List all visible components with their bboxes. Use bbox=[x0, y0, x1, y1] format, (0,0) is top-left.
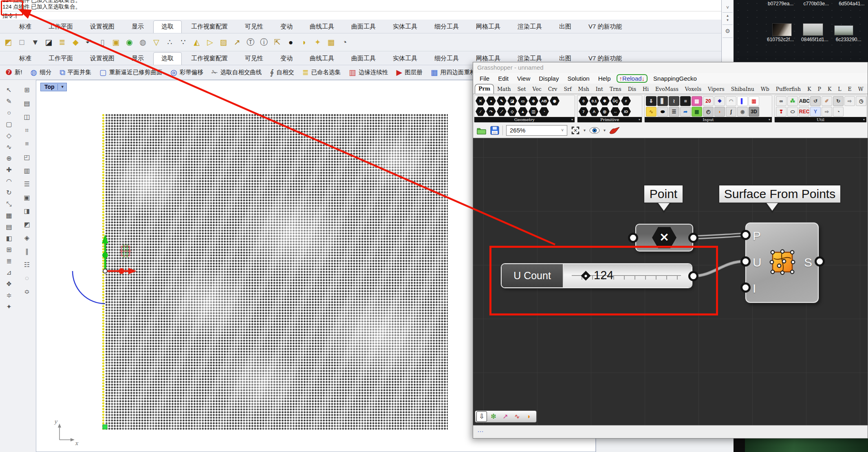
rhino-side-tool-icon[interactable]: ▢ bbox=[4, 120, 14, 128]
desktop-thumbnail[interactable] bbox=[803, 23, 823, 36]
rhino-tab[interactable]: 工作视窗配置 bbox=[183, 21, 236, 33]
rhino-toolbar-icon[interactable]: ◭ bbox=[192, 37, 202, 47]
rhino-tab[interactable]: 渲染工具 bbox=[510, 21, 550, 33]
gh-component-icon[interactable]: ❣ bbox=[776, 107, 786, 117]
curve-widget-icon[interactable]: ∿ bbox=[512, 411, 522, 422]
zoom-extents-icon[interactable]: ✕ bbox=[571, 126, 580, 135]
slider-widget-icon[interactable]: ⇩ bbox=[476, 411, 487, 422]
palette-group-label[interactable]: Geometry bbox=[474, 117, 575, 122]
gh-component-icon[interactable]: ◠ bbox=[726, 96, 736, 106]
rhino-tab[interactable]: 显示 bbox=[124, 21, 152, 33]
rhino-tab[interactable]: 曲线工具 bbox=[302, 21, 342, 33]
rhino-side-tool-icon[interactable]: ◌ bbox=[22, 274, 32, 282]
wire-point-to-p[interactable] bbox=[693, 233, 745, 236]
rhino-side-tool-icon[interactable]: ↖ bbox=[4, 86, 14, 94]
rhino-side-tool-icon[interactable]: ∿ bbox=[4, 143, 14, 151]
grip-sfp-input-u[interactable] bbox=[740, 256, 751, 267]
gh-component-icon[interactable]: ◉ bbox=[550, 97, 560, 106]
grip-sfp-input-i[interactable] bbox=[740, 282, 751, 293]
gh-component-icon[interactable]: ⬭ bbox=[787, 107, 798, 117]
gh-component-icon[interactable]: ⟋ bbox=[497, 107, 507, 116]
gh-component-icon[interactable]: ▩ bbox=[692, 107, 702, 117]
rhino-toolbar-icon[interactable]: ▦ bbox=[326, 37, 336, 47]
gh-component-icon[interactable]: ✐ bbox=[822, 96, 832, 106]
gh-component-icon[interactable]: ✱ bbox=[600, 97, 610, 106]
gh-component-icon[interactable]: ◷ bbox=[856, 96, 866, 106]
rhino-tab[interactable]: 显示 bbox=[124, 53, 152, 65]
gh-component-icon[interactable]: # bbox=[621, 97, 631, 106]
rhino-quick-button[interactable]: ▶图层册 bbox=[393, 67, 426, 78]
rhino-tab[interactable]: 曲面工具 bbox=[344, 21, 383, 33]
graph-widget-icon[interactable]: ❇ bbox=[488, 411, 499, 422]
rhino-side-tool-icon[interactable]: ≡ bbox=[22, 139, 32, 148]
patch-widget-icon[interactable]: ◗ bbox=[524, 411, 534, 422]
rhino-tab[interactable]: 设置视图 bbox=[82, 53, 122, 65]
gh-component-icon[interactable]: ⇩ bbox=[646, 96, 657, 106]
rhino-side-tool-icon[interactable]: ▤ bbox=[22, 99, 32, 108]
surface-from-points-component[interactable]: P U I S bbox=[745, 223, 819, 303]
gh-component-icon[interactable]: ◔ bbox=[833, 107, 844, 117]
rhino-side-tool-icon[interactable]: ▤ bbox=[4, 223, 14, 231]
grip-point-input[interactable] bbox=[628, 233, 638, 243]
rhino-side-tool-icon[interactable]: ⊞ bbox=[4, 245, 14, 254]
rhino-toolbar-icon[interactable]: ▨ bbox=[218, 37, 229, 47]
rhino-tab[interactable]: 标准 bbox=[11, 21, 39, 33]
grip-sfp-output-s[interactable] bbox=[815, 256, 825, 267]
rhino-quick-button[interactable]: ▥边缘连续性 bbox=[345, 67, 392, 78]
save-file-icon[interactable] bbox=[490, 126, 499, 135]
rhino-toolbar-icon[interactable]: ⇱ bbox=[272, 37, 282, 47]
desktop-file-name[interactable]: 08465f1d1... bbox=[801, 37, 828, 42]
rhino-side-tool-icon[interactable]: ▣ bbox=[22, 193, 32, 202]
rhino-tab[interactable]: 实体工具 bbox=[385, 21, 425, 33]
viewport-title-tab[interactable]: Top ▼ bbox=[40, 83, 67, 91]
gh-component-icon[interactable]: ↔ bbox=[610, 107, 620, 116]
gh-component-icon[interactable]: AB bbox=[539, 97, 549, 106]
rhino-toolbar-icon[interactable]: ▽ bbox=[151, 37, 161, 47]
rhino-side-tool-icon[interactable]: ◩ bbox=[22, 220, 32, 229]
rhino-side-tool-icon[interactable]: ⊕ bbox=[4, 154, 14, 163]
gh-tab-wb[interactable]: Wb bbox=[758, 85, 773, 94]
desktop-thumbnail[interactable] bbox=[772, 23, 792, 36]
gh-tab-msh[interactable]: Msh bbox=[575, 85, 593, 94]
gh-menu-help[interactable]: Help bbox=[594, 74, 615, 83]
desktop-file-name[interactable]: c770b03e... bbox=[803, 1, 829, 7]
gh-tab-crv[interactable]: Crv bbox=[545, 85, 561, 94]
wire-point-to-p[interactable] bbox=[693, 236, 745, 239]
rhino-tab[interactable]: V7 的新功能 bbox=[581, 21, 630, 33]
rhino-toolbar-icon[interactable]: ▣ bbox=[111, 37, 121, 47]
rhino-toolbar-icon[interactable]: □ bbox=[17, 37, 27, 47]
gh-component-icon[interactable]: ∿ bbox=[646, 107, 657, 117]
gh-component-icon[interactable]: ▌ bbox=[737, 96, 748, 106]
rhino-tab[interactable]: 工作平面 bbox=[41, 53, 81, 65]
rhino-side-tool-icon[interactable]: ≑ bbox=[4, 291, 14, 300]
rhino-toolbar-icon[interactable]: ▯ bbox=[97, 37, 108, 47]
grip-point-output[interactable] bbox=[688, 233, 698, 243]
gh-component-icon[interactable]: ⇨ bbox=[844, 96, 855, 106]
gh-tab-evomass[interactable]: EvoMass bbox=[652, 85, 682, 94]
rhino-tab[interactable]: 选取 bbox=[153, 20, 182, 33]
rhino-quick-button[interactable]: ∮自相交 bbox=[266, 67, 297, 78]
command-prompt-input[interactable]: 指令: bbox=[0, 11, 724, 20]
gh-component-icon[interactable]: ◎ bbox=[600, 107, 610, 116]
rhino-tab[interactable]: 选取 bbox=[153, 52, 182, 65]
rhino-toolbar-icon[interactable]: ✦ bbox=[313, 37, 323, 47]
gh-component-icon[interactable]: 7 bbox=[579, 107, 588, 116]
gh-component-icon[interactable]: ☰ bbox=[669, 107, 679, 117]
rhino-side-tool-icon[interactable]: ∥ bbox=[22, 247, 32, 256]
gh-component-icon[interactable]: ◉ bbox=[737, 107, 748, 117]
rhino-tab[interactable]: 工作视窗配置 bbox=[183, 53, 236, 65]
gh-tab-p[interactable]: P bbox=[815, 85, 824, 94]
gh-component-icon[interactable]: ∫ bbox=[726, 107, 736, 117]
rhino-side-tool-icon[interactable]: ◨ bbox=[22, 207, 32, 215]
gh-component-icon[interactable]: ↷ bbox=[486, 107, 496, 116]
gh-tab-voxels[interactable]: Voxels bbox=[682, 85, 705, 94]
rhino-tab[interactable]: 细分工具 bbox=[427, 21, 467, 33]
gh-component-icon[interactable]: ↺ bbox=[810, 96, 821, 106]
swoosh-widget-icon[interactable]: ↗ bbox=[500, 411, 511, 422]
rhino-tab[interactable]: 曲线工具 bbox=[302, 53, 342, 65]
spinner-down-icon[interactable]: ▼ bbox=[722, 18, 734, 22]
rhino-side-tool-icon[interactable]: ✚ bbox=[4, 165, 14, 174]
gh-component-icon[interactable]: ∞ bbox=[776, 96, 786, 106]
rhino-side-tool-icon[interactable]: ⊞ bbox=[22, 86, 32, 94]
rhino-tab[interactable]: 实体工具 bbox=[385, 53, 425, 65]
